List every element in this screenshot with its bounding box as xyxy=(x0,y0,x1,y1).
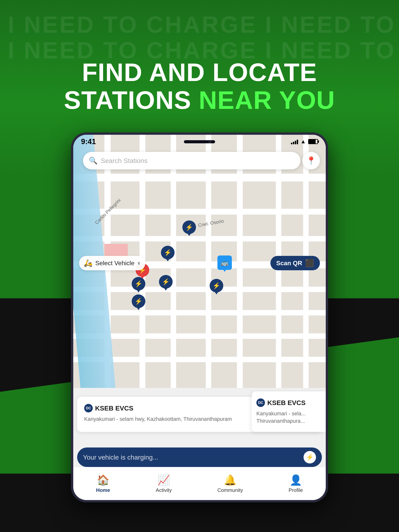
hero-title-white: STATIONS xyxy=(64,86,199,114)
hero-title-green: NEAR YOU xyxy=(199,86,335,114)
map-pin-bus[interactable]: 🚌 xyxy=(217,255,232,270)
lightning-icon-5: ⚡ xyxy=(212,282,220,289)
status-time: 9:41 xyxy=(81,138,96,146)
scan-qr-label: Scan QR xyxy=(276,260,302,267)
community-icon: 🔔 xyxy=(224,474,237,486)
map-road-v5 xyxy=(237,135,243,388)
station-card-2[interactable]: DC KSEB EVCS Kanyakumari - sela...Thiruv… xyxy=(252,391,326,432)
activity-icon: 📈 xyxy=(157,474,170,486)
hero-section: FIND AND LOCATE STATIONS NEAR YOU xyxy=(0,58,399,114)
dc-badge-1: DC xyxy=(84,404,93,412)
lightning-icon-3: ⚡ xyxy=(135,280,142,287)
battery-icon xyxy=(308,139,318,144)
map-pin-5[interactable]: ⚡ xyxy=(210,279,223,292)
chevron-down-icon: ∨ xyxy=(137,260,141,266)
charging-lightning-icon: ⚡ xyxy=(303,451,316,463)
nav-label-community: Community xyxy=(217,487,243,493)
wifi-icon: ▲ xyxy=(300,139,306,145)
map-road-h3 xyxy=(73,236,326,241)
map-pin-6[interactable]: ⚡ xyxy=(132,294,145,308)
map-road-v4 xyxy=(206,135,211,388)
hero-title-line1: FIND AND LOCATE xyxy=(0,58,399,86)
nav-label-activity: Activity xyxy=(156,487,172,493)
lightning-icon-2: ⚡ xyxy=(164,249,172,256)
map-pin-4[interactable]: ⚡ xyxy=(159,275,173,289)
vehicle-label: Select Vehicle xyxy=(95,260,135,267)
charging-status-text: Your vehicle is charging... xyxy=(83,454,158,461)
search-icon: 🔍 xyxy=(89,157,98,165)
bottom-navigation: 🏠 Home 📈 Activity 🔔 Community 👤 Profile xyxy=(73,467,326,500)
vehicle-icon: 🛵 xyxy=(84,259,93,267)
bus-icon: 🚌 xyxy=(221,259,229,266)
nav-item-profile[interactable]: 👤 Profile xyxy=(289,474,303,493)
lightning-icon-6: ⚡ xyxy=(135,298,142,305)
map-road-h5 xyxy=(73,287,326,292)
nav-label-home: Home xyxy=(96,487,110,493)
nav-item-activity[interactable]: 📈 Activity xyxy=(156,474,172,493)
device-frame: 9:41 ▲ xyxy=(71,133,328,502)
map-road-h1 xyxy=(73,174,326,182)
search-bar[interactable]: 🔍 Search Stations xyxy=(83,152,300,169)
scan-qr-button[interactable]: Scan QR ⬛ xyxy=(270,256,320,270)
watermark: I NEED TO CHARGE I NEED TO CHARGE I NEED… xyxy=(0,12,399,63)
location-button[interactable]: 📍 xyxy=(302,152,320,169)
profile-icon: 👤 xyxy=(290,474,302,486)
map-road-v3 xyxy=(171,135,176,388)
hero-title-line2: STATIONS NEAR YOU xyxy=(0,86,399,114)
qr-icon: ⬛ xyxy=(305,259,314,267)
station-name-1: KSEB EVCS xyxy=(95,405,134,412)
station-name-2: KSEB EVCS xyxy=(267,399,306,407)
nav-item-community[interactable]: 🔔 Community xyxy=(217,474,243,493)
select-vehicle-button[interactable]: 🛵 Select Vehicle ∨ xyxy=(79,256,145,270)
map-pin-2[interactable]: ⚡ xyxy=(161,246,174,259)
charging-status-bar[interactable]: Your vehicle is charging... ⚡ xyxy=(77,448,322,467)
status-bar: 9:41 ▲ xyxy=(73,135,326,148)
station-card-2-header: DC KSEB EVCS xyxy=(256,399,321,407)
lightning-icon-4: ⚡ xyxy=(162,278,170,285)
lightning-icon-1: ⚡ xyxy=(185,223,193,231)
home-icon: 🏠 xyxy=(97,474,109,486)
battery-fill xyxy=(309,140,316,144)
signal-icon xyxy=(291,139,298,144)
dc-badge-2: DC xyxy=(256,399,265,407)
nav-item-home[interactable]: 🏠 Home xyxy=(96,474,110,493)
app-screen: 9:41 ▲ xyxy=(73,135,326,500)
nav-label-profile: Profile xyxy=(289,487,303,493)
map-pin-1[interactable]: ⚡ xyxy=(182,221,196,234)
map-pin-3[interactable]: ⚡ xyxy=(132,277,145,291)
map-road-h6 xyxy=(73,310,326,316)
status-icons: ▲ xyxy=(291,139,318,145)
station-address-2: Kanyakumari - sela...Thiruvananthapura..… xyxy=(256,410,321,425)
location-pin-icon: 📍 xyxy=(306,156,316,165)
search-input[interactable]: Search Stations xyxy=(101,157,295,165)
